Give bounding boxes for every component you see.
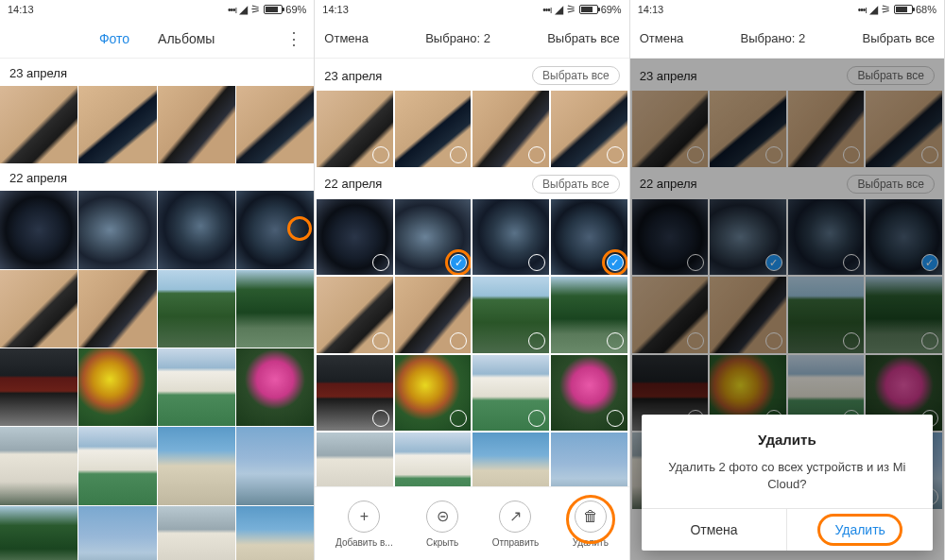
selection-circle[interactable] bbox=[372, 146, 389, 163]
selection-bar: Отмена Выбрано: 2 Выбрать все bbox=[630, 19, 944, 59]
action-label: Отправить bbox=[492, 537, 540, 548]
photo-thumb[interactable] bbox=[78, 270, 156, 348]
photo-thumb[interactable] bbox=[0, 427, 77, 504]
tab-photos[interactable]: Фото bbox=[99, 31, 129, 46]
delete-button[interactable]: 🗑 Удалить bbox=[573, 501, 609, 548]
photo-grid bbox=[315, 91, 628, 167]
volte-icon: ⚞ bbox=[566, 3, 576, 16]
status-time: 14:13 bbox=[322, 4, 349, 15]
select-all-pill[interactable]: Выбрать все bbox=[532, 66, 620, 85]
date-label: 22 апреля bbox=[324, 177, 382, 191]
photo-thumb[interactable] bbox=[317, 355, 393, 432]
wifi-icon: ◢ bbox=[869, 3, 878, 16]
photo-thumb[interactable] bbox=[236, 270, 314, 348]
add-to-button[interactable]: + Добавить в... bbox=[335, 501, 393, 548]
cancel-button[interactable]: Отмена bbox=[640, 31, 684, 45]
date-header: 22 апреля Выбрать все bbox=[315, 167, 628, 199]
photo-thumb[interactable] bbox=[0, 506, 77, 560]
status-bar: 14:13 •••ı ◢ ⚞ 69% bbox=[315, 0, 628, 19]
photo-thumb[interactable] bbox=[395, 91, 472, 167]
top-tabs: Фото Альбомы ⋮ bbox=[0, 19, 314, 59]
photo-scroll[interactable]: 23 апреля Выбрать все 22 апреля Выбрать … bbox=[315, 59, 628, 560]
date-label: 22 апреля bbox=[9, 171, 67, 185]
share-icon: ↗ bbox=[499, 501, 531, 533]
selection-circle[interactable] bbox=[528, 146, 545, 163]
photo-thumb[interactable] bbox=[551, 355, 627, 432]
battery-icon bbox=[894, 5, 913, 14]
photo-scroll[interactable]: 23 апреля 22 апреля bbox=[0, 59, 314, 560]
dialog-cancel-button[interactable]: Отмена bbox=[642, 509, 788, 551]
photo-thumb[interactable] bbox=[236, 506, 314, 560]
photo-thumb[interactable] bbox=[0, 86, 77, 163]
status-time: 14:13 bbox=[638, 4, 664, 15]
wifi-icon: ◢ bbox=[555, 3, 563, 16]
photo-thumb[interactable] bbox=[78, 86, 156, 163]
photo-thumb[interactable] bbox=[472, 91, 549, 167]
battery-icon bbox=[579, 5, 598, 14]
photo-thumb[interactable] bbox=[158, 270, 235, 348]
delete-dialog: Удалить Удалить 2 фото со всех устройств… bbox=[642, 415, 933, 551]
photo-thumb[interactable] bbox=[551, 277, 627, 353]
screen-select: 14:13 •••ı ◢ ⚞ 69% Отмена Выбрано: 2 Выб… bbox=[315, 0, 629, 560]
photo-thumb[interactable]: ✓ bbox=[395, 199, 472, 276]
hide-button[interactable]: ⊝ Скрыть bbox=[426, 501, 458, 548]
photo-thumb[interactable] bbox=[236, 427, 314, 504]
photo-thumb[interactable] bbox=[472, 355, 549, 432]
photo-thumb[interactable] bbox=[395, 355, 472, 432]
photo-thumb[interactable] bbox=[78, 427, 156, 504]
photo-thumb[interactable] bbox=[78, 348, 156, 426]
photo-thumb[interactable] bbox=[0, 270, 77, 348]
tab-albums[interactable]: Альбомы bbox=[158, 31, 215, 46]
selection-circle[interactable] bbox=[528, 332, 545, 349]
selection-circle[interactable] bbox=[607, 332, 624, 349]
date-label: 23 апреля bbox=[324, 69, 382, 83]
menu-icon[interactable]: ⋮ bbox=[285, 28, 302, 49]
dialog-confirm-label: Удалить bbox=[834, 522, 885, 537]
photo-thumb[interactable] bbox=[158, 506, 235, 560]
photo-thumb[interactable] bbox=[158, 348, 235, 426]
cancel-button[interactable]: Отмена bbox=[324, 31, 369, 45]
photo-thumb[interactable] bbox=[158, 86, 235, 163]
battery-percent: 69% bbox=[601, 4, 622, 15]
photo-thumb[interactable] bbox=[317, 277, 393, 353]
photo-thumb[interactable] bbox=[158, 191, 235, 268]
plus-icon: + bbox=[348, 501, 380, 533]
selection-circle[interactable] bbox=[607, 146, 624, 163]
dialog-title: Удалить bbox=[655, 432, 919, 448]
selection-circle[interactable] bbox=[372, 254, 389, 271]
lock-icon: ⊝ bbox=[426, 501, 458, 533]
selection-circle-checked[interactable]: ✓ bbox=[607, 254, 624, 271]
action-label: Удалить bbox=[573, 537, 609, 548]
photo-thumb[interactable] bbox=[236, 191, 314, 268]
select-all-button[interactable]: Выбрать все bbox=[547, 31, 619, 45]
screen-delete-dialog: 14:13 •••ı ◢ ⚞ 68% Отмена Выбрано: 2 Выб… bbox=[630, 0, 945, 560]
selected-count: Выбрано: 2 bbox=[741, 31, 806, 45]
select-all-pill[interactable]: Выбрать все bbox=[532, 175, 620, 194]
dialog-confirm-button[interactable]: Удалить bbox=[787, 509, 933, 551]
status-time: 14:13 bbox=[8, 4, 34, 15]
photo-thumb[interactable] bbox=[78, 506, 156, 560]
send-button[interactable]: ↗ Отправить bbox=[492, 501, 540, 548]
photo-thumb[interactable] bbox=[0, 348, 77, 426]
photo-thumb[interactable] bbox=[472, 199, 549, 276]
photo-thumb[interactable] bbox=[78, 191, 156, 268]
action-bar: + Добавить в... ⊝ Скрыть ↗ Отправить 🗑 У… bbox=[315, 486, 628, 560]
photo-thumb[interactable] bbox=[317, 199, 393, 276]
date-label: 23 апреля bbox=[9, 66, 67, 80]
photo-thumb[interactable] bbox=[236, 86, 314, 163]
dialog-buttons: Отмена Удалить bbox=[642, 508, 933, 551]
photo-thumb[interactable] bbox=[395, 277, 472, 353]
photo-thumb[interactable] bbox=[317, 91, 393, 167]
photo-thumb[interactable] bbox=[472, 277, 549, 353]
photo-thumb[interactable]: ✓ bbox=[551, 199, 627, 276]
selection-circle[interactable] bbox=[372, 332, 389, 349]
battery-percent: 68% bbox=[916, 4, 936, 15]
photo-thumb[interactable] bbox=[158, 427, 235, 504]
photo-grid: ✓ ✓ bbox=[315, 199, 628, 509]
selection-circle[interactable] bbox=[607, 410, 624, 427]
photo-thumb[interactable] bbox=[236, 348, 314, 426]
photo-thumb[interactable] bbox=[551, 91, 627, 167]
photo-thumb[interactable] bbox=[0, 191, 77, 268]
select-all-button[interactable]: Выбрать все bbox=[863, 31, 935, 45]
selection-circle[interactable] bbox=[450, 146, 467, 163]
